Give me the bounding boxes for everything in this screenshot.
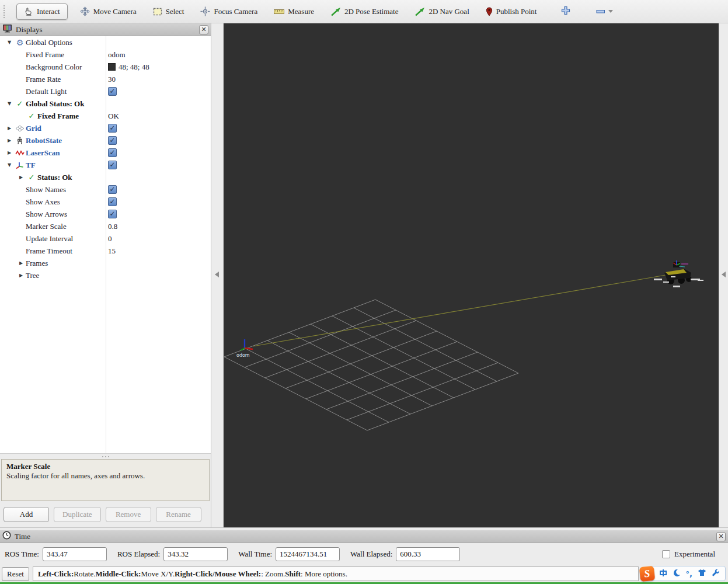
ros-elapsed-input[interactable] (163, 547, 228, 561)
expander-closed-icon[interactable]: ▶ (5, 126, 14, 131)
enabled-checkbox[interactable]: ✓ (108, 87, 117, 96)
property-value[interactable]: 30 (108, 75, 116, 84)
enabled-checkbox[interactable]: ✓ (108, 210, 117, 218)
property-label: Frame Rate (26, 75, 61, 84)
tool-2d-pose-estimate[interactable]: 2D Pose Estimate (326, 4, 402, 20)
duplicate-button[interactable]: Duplicate (54, 507, 101, 522)
expander-open-icon[interactable]: ▼ (5, 101, 14, 106)
toolbar-drag-handle[interactable] (4, 5, 7, 18)
rename-button[interactable]: Rename (156, 507, 201, 522)
punctuation-icon[interactable]: °, (686, 569, 692, 578)
main-area: Displays ✕ ▼⚙Global OptionsFixed Frameod… (0, 23, 728, 527)
collapse-right-arrow-icon[interactable] (721, 272, 725, 277)
property-value-cell: ✓ (106, 159, 211, 171)
ground-grid (224, 300, 518, 430)
property-label: Show Arrows (26, 210, 67, 219)
tool-interact[interactable]: Interact (16, 4, 68, 20)
tool-move-camera[interactable]: Move Camera (76, 3, 141, 20)
collapse-left-arrow-icon[interactable] (215, 272, 219, 277)
wrench-icon[interactable] (712, 569, 720, 579)
enabled-checkbox[interactable]: ✓ (108, 185, 117, 194)
enabled-checkbox[interactable]: ✓ (108, 161, 117, 169)
3d-scene[interactable]: odom (224, 23, 719, 527)
property-label: Show Names (26, 185, 66, 194)
help-segment: : More options. (301, 569, 347, 579)
enabled-checkbox[interactable]: ✓ (108, 136, 117, 145)
experimental-checkbox[interactable] (662, 550, 670, 558)
property-value[interactable]: 15 (108, 246, 116, 256)
reset-button[interactable]: Reset (2, 567, 29, 581)
property-value[interactable]: 48; 48; 48 (119, 62, 149, 72)
remove-tool-button[interactable] (594, 5, 615, 18)
grid-icon (14, 125, 26, 132)
tool-measure[interactable]: Measure (270, 4, 318, 20)
tf-icon (14, 161, 26, 169)
property-name-cell: ▼✓Global Status: Ok (0, 98, 106, 110)
property-value-cell: OK (106, 110, 211, 122)
property-value-cell: 0.8 (106, 220, 211, 232)
property-label: Status: Ok (37, 173, 72, 182)
property-name-cell: ▶RobotState (0, 134, 106, 147)
wall-elapsed-input[interactable] (396, 547, 460, 561)
property-value-cell (106, 36, 211, 48)
splitter-grip-icon (102, 456, 109, 457)
tool-2d-nav-goal[interactable]: 2D Nav Goal (410, 4, 473, 20)
enabled-checkbox[interactable]: ✓ (108, 148, 117, 157)
expander-closed-icon[interactable]: ▶ (16, 175, 26, 180)
expander-open-icon[interactable]: ▼ (5, 162, 14, 168)
robot-icon (14, 136, 26, 145)
tree-column-divider[interactable] (106, 36, 106, 453)
moon-icon[interactable] (673, 569, 681, 579)
add-tool-button[interactable] (559, 4, 572, 19)
property-value[interactable]: OK (108, 112, 119, 121)
property-name-cell: ▶✓Status: Ok (0, 171, 106, 183)
property-value[interactable]: 0.8 (108, 222, 117, 231)
clock-icon (2, 531, 11, 542)
odom-frame-label: odom (236, 353, 250, 358)
property-name-cell: ▼⚙Global Options (0, 36, 106, 48)
time-panel-header[interactable]: Time ✕ (0, 530, 728, 543)
property-value-cell: 15 (106, 245, 211, 257)
close-icon[interactable]: ✕ (716, 532, 726, 541)
add-button[interactable]: Add (4, 507, 49, 522)
sogou-logo-icon[interactable]: S (639, 565, 654, 581)
help-segment: Move X/Y. (141, 569, 175, 579)
property-name-cell: ▶Tree (0, 269, 106, 281)
tool-select[interactable]: Select (149, 4, 189, 20)
expander-closed-icon[interactable]: ▶ (5, 150, 14, 155)
ime-toolbar: °, (650, 566, 726, 581)
chevron-down-icon[interactable] (608, 10, 613, 13)
odometry-trail (253, 275, 666, 346)
displays-panel-header[interactable]: Displays ✕ (0, 23, 211, 36)
enabled-checkbox[interactable]: ✓ (108, 124, 117, 133)
tool-publish-point[interactable]: Publish Point (482, 4, 541, 20)
check-icon: ✓ (26, 112, 37, 120)
expander-open-icon[interactable]: ▼ (5, 40, 14, 45)
expander-closed-icon[interactable]: ▶ (5, 138, 14, 143)
expander-closed-icon[interactable]: ▶ (16, 273, 26, 278)
ros-time-input[interactable] (43, 547, 107, 561)
color-swatch[interactable] (108, 63, 116, 71)
3d-viewport[interactable]: odom (224, 23, 719, 527)
right-splitter-gutter[interactable] (719, 23, 728, 527)
property-value[interactable]: 0 (108, 234, 112, 244)
robot-model (654, 260, 703, 287)
enabled-checkbox[interactable]: ✓ (108, 197, 117, 206)
chinese-mode-icon[interactable] (659, 569, 667, 579)
tool-focus-camera[interactable]: Focus Camera (196, 3, 262, 20)
property-label: Fixed Frame (26, 50, 64, 60)
wall-time-input[interactable] (276, 547, 340, 561)
shirt-icon[interactable] (698, 569, 706, 578)
close-icon[interactable]: ✕ (199, 25, 208, 34)
property-value-cell: odom (106, 48, 211, 61)
displays-button-row: AddDuplicateRemoveRename (0, 501, 211, 527)
expander-closed-icon[interactable]: ▶ (16, 260, 26, 266)
property-name-cell: Fixed Frame (0, 48, 106, 61)
property-value[interactable]: odom (108, 50, 126, 60)
property-label: Global Status: Ok (26, 99, 84, 109)
panel-splitter[interactable] (0, 454, 211, 459)
left-splitter-gutter[interactable] (211, 23, 224, 527)
remove-button[interactable]: Remove (106, 507, 151, 522)
property-name-cell: Default Light (0, 85, 106, 98)
pose-arrow-icon (330, 7, 341, 16)
